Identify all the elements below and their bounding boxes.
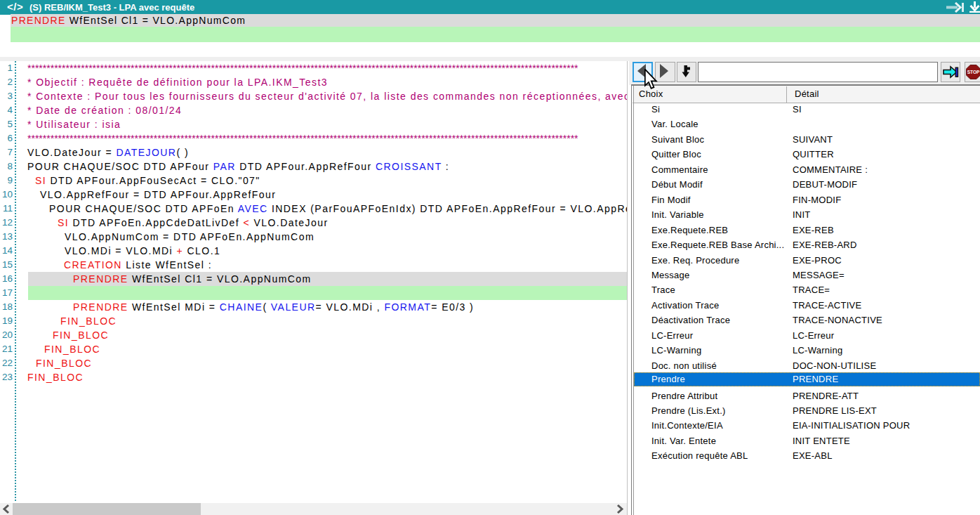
svg-text:STOP: STOP bbox=[967, 70, 980, 74]
